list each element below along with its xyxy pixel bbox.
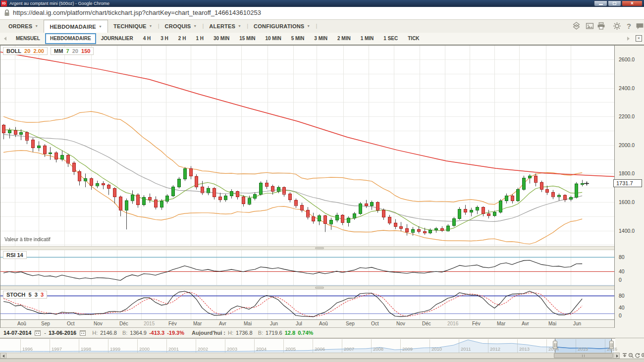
padlock-icon: [4, 9, 10, 17]
minimize-button[interactable]: [594, 0, 607, 6]
help-icon[interactable]: ?: [625, 22, 634, 31]
close-button[interactable]: ×: [622, 0, 643, 6]
snap-to-end-icon[interactable]: [622, 353, 628, 359]
month-label: Sep: [41, 321, 50, 326]
menu-hebdomadaire[interactable]: HEBDOMADAIRE▼: [44, 20, 108, 33]
price-chart-canvas[interactable]: [0, 46, 614, 246]
pane-splitter[interactable]: [0, 246, 614, 250]
bollinger-legend[interactable]: BOLL 20 2.00: [3, 47, 48, 55]
nav-year-label: 2012: [490, 346, 500, 352]
menu-configurations[interactable]: CONFIGURATIONS▼: [248, 20, 316, 33]
chevron-down-icon: ▼: [238, 24, 241, 28]
today-change: 12.8: [285, 330, 295, 336]
menu-technique[interactable]: TECHNIQUE▼: [108, 20, 158, 33]
nav-year-label: 2013: [519, 346, 530, 352]
nav-year-label: 1998: [81, 346, 91, 352]
rsi-canvas[interactable]: [0, 250, 614, 286]
timeframe-hebdomadaire[interactable]: HEBDOMADAIRE: [45, 33, 96, 44]
chevron-down-icon: ▼: [35, 24, 38, 28]
nav-year-label: 2010: [431, 346, 442, 352]
scrollbar-thumb[interactable]: [554, 353, 613, 358]
navigator-left-handle[interactable]: [553, 341, 557, 349]
zoom-out-icon[interactable]: [628, 353, 634, 359]
gear-icon[interactable]: [613, 22, 622, 31]
timeframe-2-min[interactable]: 2 MIN: [332, 33, 356, 45]
nav-year-label: 2009: [402, 346, 413, 352]
stochastic-legend[interactable]: STOCH 5 3 3: [3, 291, 47, 299]
timeframe-4-h[interactable]: 4 H: [138, 33, 156, 45]
today-high-label: H:: [228, 330, 233, 336]
menu-croquis[interactable]: CROQUIS▼: [160, 20, 203, 33]
maximize-button[interactable]: [608, 0, 621, 6]
pane-splitter[interactable]: [0, 286, 614, 290]
month-label: Fév: [472, 321, 481, 326]
nav-year-label: 2000: [139, 346, 150, 352]
popout-window-icon[interactable]: ×: [636, 35, 642, 42]
timeframe-journalier[interactable]: JOURNALIER: [96, 33, 138, 45]
scroll-left-button[interactable]: [0, 353, 6, 359]
month-label: Mai: [244, 321, 252, 326]
chevron-down-icon: ▼: [307, 24, 310, 28]
nav-year-label: 2011: [461, 346, 471, 352]
comment-icon[interactable]: [636, 22, 644, 31]
timeframe-1-sec[interactable]: 1 SEC: [378, 33, 403, 45]
today-high: 1736.8: [236, 330, 253, 336]
moving-average-legend[interactable]: MM 7 20 150: [51, 47, 94, 55]
chevron-right-icon[interactable]: [627, 37, 630, 41]
price-tick: 2200.0: [619, 113, 635, 119]
scroll-right-button[interactable]: [613, 353, 620, 359]
date-from[interactable]: 14-07-2014: [3, 330, 31, 336]
timeframe-5-min[interactable]: 5 MIN: [286, 33, 310, 45]
menu-alertes[interactable]: ALERTES▼: [204, 20, 247, 33]
calendar-icon[interactable]: [35, 330, 41, 336]
timeframe-15-min[interactable]: 15 MIN: [234, 33, 260, 45]
navigator-right-handle[interactable]: [609, 341, 614, 349]
nav-year-label: 1996: [22, 346, 33, 352]
price-tick: 2400.0: [619, 85, 635, 91]
chevron-left-icon[interactable]: [4, 37, 6, 41]
period-low-label: B:: [122, 330, 127, 336]
month-label: Jun: [270, 321, 278, 326]
scrollbar-track[interactable]: [0, 353, 620, 359]
date-to[interactable]: 13-06-2016: [49, 330, 76, 336]
timeframe-30-min[interactable]: 30 MIN: [209, 33, 234, 45]
period-high: 2146.8: [100, 330, 117, 336]
menu-ordres[interactable]: ORDRES▼: [3, 20, 44, 33]
timeframe-1-h[interactable]: 1 H: [191, 33, 209, 45]
rsi-tick: 0: [619, 277, 622, 283]
reset-zoom-icon[interactable]: [635, 353, 641, 359]
timeframe-3-min[interactable]: 3 MIN: [309, 33, 332, 45]
history-navigator[interactable]: 1996199719981999200020012002200320042005…: [0, 338, 615, 353]
today-low: 1719.6: [266, 330, 282, 336]
month-label: Aoû: [319, 321, 328, 326]
printer-icon[interactable]: [597, 22, 606, 31]
timeframe-mensuel[interactable]: MENSUEL: [11, 33, 45, 45]
period-low: 1364.9: [130, 330, 147, 336]
period-high-label: H:: [92, 330, 98, 336]
timeframe-10-min[interactable]: 10 MIN: [260, 33, 286, 45]
month-label: Mar: [193, 321, 202, 326]
svg-text:?: ?: [627, 22, 631, 30]
timeframe-3-h[interactable]: 3 H: [156, 33, 173, 45]
year-label: 2015: [144, 321, 155, 326]
stochastic-canvas[interactable]: [0, 290, 614, 319]
window-title: Argent au comptant mini (500oz) - Google…: [9, 0, 109, 7]
rsi-legend[interactable]: RSI 14: [3, 251, 27, 259]
image-icon[interactable]: [586, 22, 594, 31]
layers-icon[interactable]: [572, 22, 581, 31]
timeframe-tick[interactable]: TICK: [403, 33, 424, 45]
calendar-icon[interactable]: [80, 330, 86, 336]
menu-separator: |: [316, 20, 317, 33]
url-bar: https://deal.ig.com/platform/chart/tickc…: [0, 7, 644, 20]
nav-year-label: 1999: [110, 346, 120, 352]
price-tick: 1600.0: [619, 199, 635, 205]
zoom-in-icon[interactable]: [641, 353, 644, 359]
nav-year-label: 2003: [227, 346, 237, 352]
time-axis: AoûSepOctNovDéc2015FévMarAvrMaiJunJulAoû…: [0, 319, 615, 328]
today-low-label: B:: [258, 330, 263, 336]
timeframe-2-h[interactable]: 2 H: [173, 33, 191, 45]
window-bottom-edge: [0, 359, 644, 362]
last-price-box: 1731.7: [613, 179, 642, 187]
url-text[interactable]: https://deal.ig.com/platform/chart/tickc…: [13, 9, 261, 16]
timeframe-1-min[interactable]: 1 MIN: [356, 33, 379, 45]
